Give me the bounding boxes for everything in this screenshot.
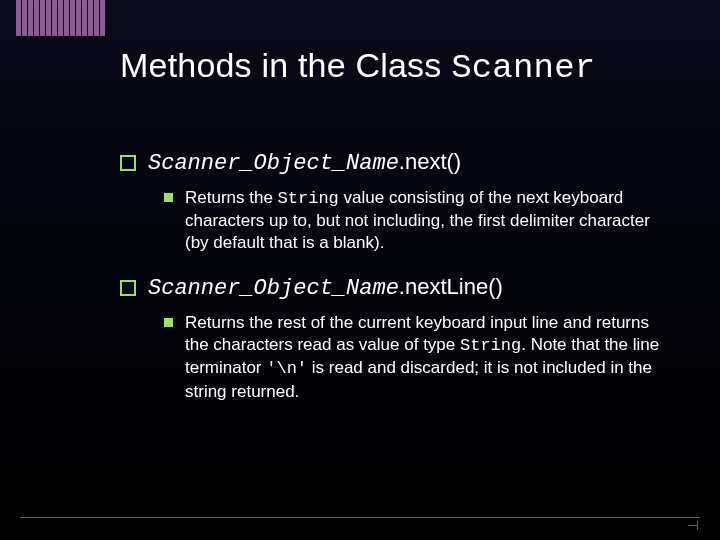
square-open-icon: [120, 155, 136, 171]
square-open-icon: [120, 280, 136, 296]
title-prefix: Methods in the Class: [120, 46, 451, 84]
mono-text: String: [460, 336, 521, 355]
footer-tick-icon: [688, 525, 698, 526]
mono-text: String: [278, 189, 339, 208]
mono-text: Scanner_Object_Name: [148, 151, 399, 176]
bullet-head-1: Scanner_Object_Name.next(): [120, 148, 666, 179]
sub-bullet-1: Returns the String value consisting of t…: [164, 187, 666, 255]
bullet-head-text: Scanner_Object_Name.next(): [148, 148, 461, 179]
bullet-head-text: Scanner_Object_Name.nextLine(): [148, 273, 503, 304]
mono-text: '\n': [266, 359, 307, 378]
head-tail: .nextLine(): [399, 274, 503, 299]
t: Returns the: [185, 188, 278, 207]
sub-bullet-2: Returns the rest of the current keyboard…: [164, 312, 666, 404]
bullet-item-2: Scanner_Object_Name.nextLine() Returns t…: [120, 273, 666, 403]
slide-body: Scanner_Object_Name.next() Returns the S…: [120, 148, 666, 421]
head-tail: .next(): [399, 149, 461, 174]
decorative-comb: [16, 0, 105, 36]
slide: Methods in the Class Scanner Scanner_Obj…: [0, 0, 720, 540]
mono-text: Scanner_Object_Name: [148, 276, 399, 301]
sub-text: Returns the rest of the current keyboard…: [185, 312, 666, 404]
sub-text: Returns the String value consisting of t…: [185, 187, 666, 255]
slide-title: Methods in the Class Scanner: [120, 46, 680, 87]
square-solid-icon: [164, 193, 173, 202]
square-solid-icon: [164, 318, 173, 327]
bullet-item-1: Scanner_Object_Name.next() Returns the S…: [120, 148, 666, 255]
title-mono: Scanner: [451, 49, 595, 87]
footer-divider: [20, 517, 700, 518]
bullet-head-2: Scanner_Object_Name.nextLine(): [120, 273, 666, 304]
